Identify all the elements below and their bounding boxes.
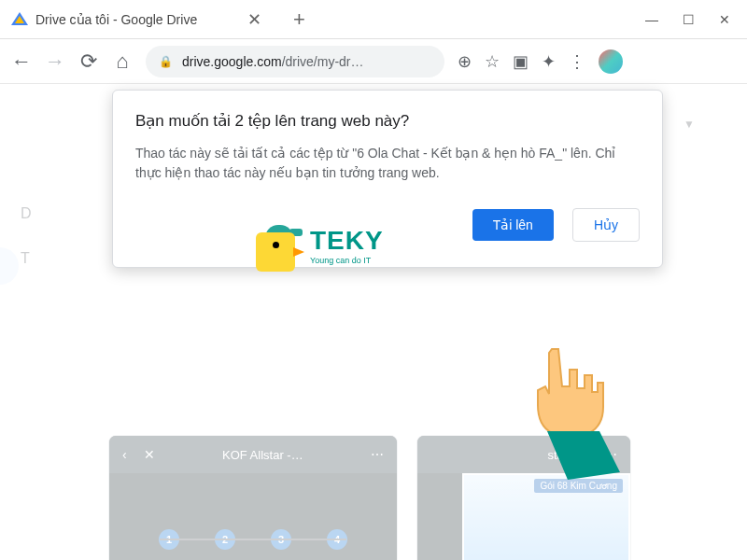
profile-avatar[interactable] (599, 49, 623, 74)
bookmark-star-icon[interactable]: ☆ (485, 51, 500, 72)
watermark-brand: TEKY (310, 226, 384, 256)
zoom-icon[interactable]: ⊕ (458, 51, 472, 72)
dialog-title: Bạn muốn tải 2 tệp lên trang web này? (135, 111, 640, 131)
drive-favicon-icon (11, 11, 28, 28)
lock-icon: 🔒 (159, 55, 173, 68)
upload-button[interactable]: Tải lên (472, 209, 554, 241)
cancel-button[interactable]: Hủy (572, 208, 640, 242)
minimize-button[interactable]: — (645, 12, 658, 27)
reader-icon[interactable]: ▣ (513, 51, 529, 72)
browser-window: Drive của tôi - Google Drive ✕ + — ☐ ✕ ←… (0, 0, 747, 560)
back-button[interactable]: ← (11, 49, 32, 74)
content-area: D T ▼ ‹ ✕ KOF Allstar -… ⋯ 1 2 (0, 84, 747, 560)
new-tab-button[interactable]: + (280, 7, 318, 32)
extensions-icon[interactable]: ✦ (542, 51, 556, 72)
watermark-text: TEKY Young can do IT (310, 226, 384, 265)
reload-button[interactable]: ⟳ (78, 49, 99, 74)
upload-confirm-dialog: Bạn muốn tải 2 tệp lên trang web này? Th… (112, 90, 663, 268)
tab-close-icon[interactable]: ✕ (240, 9, 269, 30)
window-controls: — ☐ ✕ (628, 12, 747, 27)
tab-title: Drive của tôi - Google Drive (35, 12, 197, 27)
titlebar: Drive của tôi - Google Drive ✕ + — ☐ ✕ (0, 0, 747, 39)
maximize-button[interactable]: ☐ (683, 12, 695, 27)
forward-button[interactable]: → (45, 49, 65, 74)
watermark-tagline: Young can do IT (310, 256, 384, 265)
close-window-button[interactable]: ✕ (719, 12, 730, 27)
browser-tab[interactable]: Drive của tôi - Google Drive ✕ (0, 0, 280, 38)
primary-highlight: Tải lên (467, 203, 559, 246)
dialog-body: Thao tác này sẽ tải tất cả các tệp từ "6… (135, 144, 640, 183)
toolbar: ← → ⟳ ⌂ 🔒 drive.google.com/drive/my-dr… … (0, 39, 747, 84)
home-button[interactable]: ⌂ (112, 49, 133, 74)
kebab-menu-icon[interactable]: ⋮ (569, 51, 585, 72)
watermark-logo: TEKY Young can do IT (252, 219, 384, 272)
address-bar[interactable]: 🔒 drive.google.com/drive/my-dr… (146, 46, 444, 77)
dialog-actions: Tải lên Hủy (135, 203, 640, 246)
url-text: drive.google.com/drive/my-dr… (182, 54, 364, 69)
bird-icon (252, 219, 304, 272)
pointer-hand-icon (510, 342, 631, 485)
